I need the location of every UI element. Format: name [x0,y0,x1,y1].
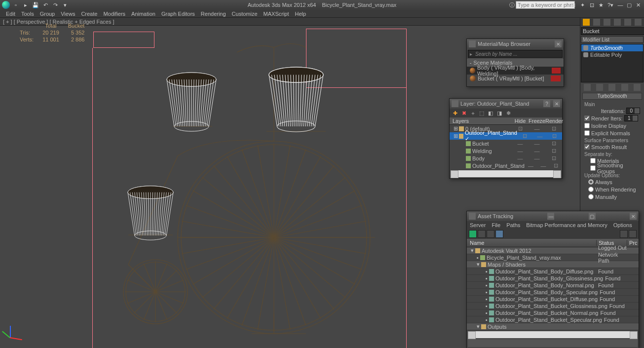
tab-create-icon[interactable] [583,19,590,26]
asset-scrollbar[interactable] [468,331,638,338]
explicit-normals-check[interactable] [584,130,590,136]
asset-row[interactable]: ▪Outdoor_Plant_Stand_Bucket_Specular.png… [467,316,639,323]
select-objects-icon[interactable]: ⬚ [478,110,485,116]
asset-row[interactable]: ▪Outdoor_Plant_Stand_Body_Normal.pngFoun… [467,282,639,289]
tool-icon-1[interactable]: ⊞ [569,1,577,9]
panel-close-icon[interactable]: ✕ [555,40,562,47]
layer-row[interactable]: ⊞Outdoor_Plant_Stand ✓⊡—⊡ [450,132,562,140]
menu-group[interactable]: Group [40,11,55,17]
close-icon[interactable]: ✕ [634,1,642,9]
rollout-turbosmooth[interactable]: TurboSmooth [582,93,642,100]
material-search-input[interactable]: Search by Name ... [468,50,563,58]
render-iters-check[interactable] [584,116,590,121]
menu-animation[interactable]: Animation [131,11,155,17]
dropdown-icon[interactable]: ▾ [61,1,69,9]
redo-icon[interactable]: ↷ [51,1,59,9]
maximize-icon[interactable]: ▢ [625,1,633,9]
asset-row[interactable]: ▪Outdoor_Plant_Stand_Bucket_Diffuse.pngF… [467,296,639,303]
modifier-stack[interactable]: TurboSmooth Editable Poly [581,44,644,82]
menu-rendering[interactable]: Rendering [201,11,226,17]
asset-row[interactable]: ▪Outdoor_Plant_Stand_Bucket_Glossiness.p… [467,303,639,309]
asset-row[interactable]: ▪Outdoor_Plant_Stand_Body_Glossiness.png… [467,275,639,282]
menu-graph-editors[interactable]: Graph Editors [161,11,195,17]
menu-views[interactable]: Views [61,11,75,17]
update-manually-radio[interactable] [588,194,594,199]
layer-scrollbar[interactable] [451,170,561,177]
asset-tracking-panel[interactable]: Asset Tracking — ▢ ✕ Server File Paths B… [466,211,639,348]
sep-materials-check[interactable] [590,158,596,163]
asset-row[interactable]: ▾Outputs [467,323,639,330]
table-view-icon[interactable] [495,230,503,238]
asset-row[interactable]: ▪Outdoor_Plant_Stand_Body_Diffuse.pngFou… [467,268,639,275]
menu-customize[interactable]: Customize [232,11,258,17]
tab-display-icon[interactable] [624,19,631,26]
bulb-icon[interactable] [583,52,588,57]
list-view-icon[interactable] [487,230,494,238]
configure-sets-icon[interactable] [634,84,641,91]
asset-menu-file[interactable]: File [492,222,500,228]
tab-modify-icon[interactable] [593,19,600,26]
modifier-editable-poly[interactable]: Editable Poly [581,51,643,58]
app-logo-icon[interactable] [2,1,10,9]
minimize-icon[interactable]: — [616,1,624,9]
tool-b-icon[interactable] [629,230,637,238]
show-end-result-icon[interactable] [596,84,603,91]
iterations-spinner[interactable]: 0 [626,108,640,114]
asset-menu-bitmap[interactable]: Bitmap Performance and Memory [526,222,607,228]
asset-menu-paths[interactable]: Paths [506,222,520,228]
modifier-turbosmooth[interactable]: TurboSmooth [581,44,643,51]
pin-stack-icon[interactable] [584,84,591,91]
bulb-icon[interactable] [583,45,588,50]
tool-icon-2[interactable]: ✦ [578,1,586,9]
layer-row[interactable]: Outdoor_Plant_Stand——⊡ [450,162,562,169]
panel-min-icon[interactable]: — [547,213,554,220]
asset-menu-options[interactable]: Options [613,222,632,228]
panel-close-icon[interactable]: ✕ [553,100,560,107]
save-icon[interactable]: 💾 [32,1,39,9]
layer-row[interactable]: Welding——⊡ [450,147,562,155]
panel-close-icon[interactable]: ✕ [630,213,637,220]
tool-icon-3[interactable]: ⊡ [588,1,596,9]
menu-maxscript[interactable]: MAXScript [264,11,289,17]
layer-panel[interactable]: Layer: Outdoor_Plant_Stand?✕ ✚ ✖ ＋ ⬚ ◧ ◨… [449,98,563,179]
material-body[interactable]: Body ( VRayMtl ) [Body, Welding] [467,67,564,75]
sep-smoothing-check[interactable] [590,165,596,171]
refresh-icon[interactable] [469,230,477,238]
freeze-layer-icon[interactable]: ❄ [505,110,512,116]
menu-create[interactable]: Create [81,11,97,17]
menu-tools[interactable]: Tools [21,11,34,17]
layer-row[interactable]: Body——⊡ [450,155,562,162]
modifier-list-dropdown[interactable]: Modifier List [581,36,644,43]
undo-icon[interactable]: ↶ [41,1,49,9]
new-layer-icon[interactable]: ✚ [452,110,458,116]
tool-a-icon[interactable] [620,230,628,238]
menu-help[interactable]: Help [295,11,306,17]
make-unique-icon[interactable] [608,84,615,91]
asset-row[interactable]: ▪Bicycle_Plant_Stand_vray.maxNetwork Pat… [467,254,639,261]
material-browser-panel[interactable]: Material/Map Browser✕ Search by Name ...… [466,39,564,87]
help-dropdown-icon[interactable]: ?▾ [606,1,614,9]
menu-modifiers[interactable]: Modifiers [103,11,125,17]
asset-row[interactable]: ▪Outdoor_Plant_Stand_Body_Specular.pngFo… [467,289,639,296]
select-layer-icon[interactable]: ◧ [487,110,494,116]
delete-layer-icon[interactable]: ✖ [460,110,467,116]
add-to-layer-icon[interactable]: ＋ [469,110,476,116]
star-icon[interactable]: ★ [597,1,605,9]
info-icon[interactable]: ⓘ [508,1,516,9]
menu-edit[interactable]: Edit [6,11,15,17]
asset-menu-server[interactable]: Server [470,222,486,228]
help-search[interactable]: ⓘ [516,1,575,9]
render-iters-spinner[interactable]: 1 [624,115,638,121]
isoline-check[interactable] [584,123,590,128]
asset-row[interactable]: ▪Outdoor_Plant_Stand_Bucket_Normal.pngFo… [467,309,639,316]
remove-modifier-icon[interactable] [621,84,628,91]
update-always-radio[interactable] [588,179,594,185]
tab-hierarchy-icon[interactable] [604,19,610,26]
smooth-result-check[interactable] [584,144,590,150]
hide-layer-icon[interactable]: ◨ [496,110,503,116]
tab-motion-icon[interactable] [614,19,621,26]
panel-max-icon[interactable]: ▢ [589,213,596,220]
new-icon[interactable]: ▫ [12,1,20,9]
tree-view-icon[interactable] [478,230,486,238]
update-rendering-radio[interactable] [588,187,594,192]
